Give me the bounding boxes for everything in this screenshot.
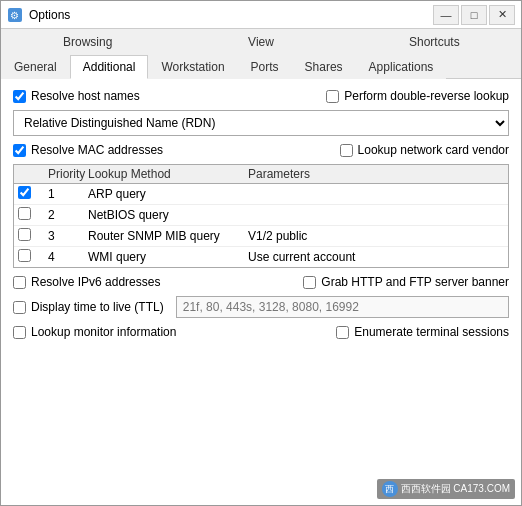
options-window: ⚙ Options — □ ✕ Browsing View Shortcuts … [0,0,522,506]
col-priority-header: Priority [48,167,88,181]
minimize-button[interactable]: — [433,5,459,25]
tab-ports[interactable]: Ports [238,55,292,79]
table-row: 2 NetBIOS query [14,205,508,226]
cell-check-2[interactable] [18,207,48,223]
cell-params-4: Use current account [248,250,504,264]
cell-method-2: NetBIOS query [88,208,248,222]
tab-browsing[interactable]: Browsing [1,29,174,55]
row-ttl: Display time to live (TTL) [13,296,509,318]
title-controls: — □ ✕ [433,5,515,25]
cell-method-4: WMI query [88,250,248,264]
check-lookup-monitor[interactable] [13,326,26,339]
check-resolve-ipv6[interactable] [13,276,26,289]
label-resolve-ipv6[interactable]: Resolve IPv6 addresses [13,275,160,289]
check-resolve-mac[interactable] [13,144,26,157]
label-lookup-vendor[interactable]: Lookup network card vendor [340,143,509,157]
title-bar-left: ⚙ Options [7,7,70,23]
main-content: Resolve host names Perform double-revers… [1,79,521,505]
check-enumerate-terminal[interactable] [336,326,349,339]
cell-priority-4: 4 [48,250,88,264]
check-display-ttl[interactable] [13,301,26,314]
row-resolve-mac: Resolve MAC addresses Lookup network car… [13,143,509,157]
label-double-reverse[interactable]: Perform double-reverse lookup [326,89,509,103]
table-body: 1 ARP query 2 NetBIOS query 3 Router SNM… [14,184,508,267]
cell-method-3: Router SNMP MIB query [88,229,248,243]
restore-button[interactable]: □ [461,5,487,25]
tab-view[interactable]: View [174,29,347,55]
tab-workstation[interactable]: Workstation [148,55,237,79]
tab-row-1: Browsing View Shortcuts [1,29,521,55]
row-monitor: Lookup monitor information Enumerate ter… [13,325,509,339]
table-row: 3 Router SNMP MIB query V1/2 public [14,226,508,247]
col-params-header: Parameters [248,167,488,181]
check-row-4[interactable] [18,249,31,262]
check-resolve-host[interactable] [13,90,26,103]
cell-check-3[interactable] [18,228,48,244]
col-method-header: Lookup Method [88,167,248,181]
app-icon: ⚙ [7,7,23,23]
tab-row-2: General Additional Workstation Ports Sha… [1,55,521,79]
check-row-2[interactable] [18,207,31,220]
check-row-3[interactable] [18,228,31,241]
cell-params-3: V1/2 public [248,229,504,243]
cell-priority-3: 3 [48,229,88,243]
window-title: Options [29,8,70,22]
tab-applications[interactable]: Applications [356,55,447,79]
label-display-ttl[interactable]: Display time to live (TTL) [13,300,164,314]
title-bar: ⚙ Options — □ ✕ [1,1,521,29]
cell-priority-2: 2 [48,208,88,222]
rdn-dropdown-row: Relative Distinguished Name (RDN) Common… [13,110,509,136]
tab-additional[interactable]: Additional [70,55,149,79]
cell-check-1[interactable] [18,186,48,202]
label-resolve-host[interactable]: Resolve host names [13,89,140,103]
ttl-input[interactable] [176,296,509,318]
tab-shares[interactable]: Shares [292,55,356,79]
table-header: Priority Lookup Method Parameters [14,165,508,184]
label-resolve-mac[interactable]: Resolve MAC addresses [13,143,163,157]
cell-method-1: ARP query [88,187,248,201]
col-check-header [18,167,48,181]
rdn-dropdown[interactable]: Relative Distinguished Name (RDN) Common… [13,110,509,136]
close-button[interactable]: ✕ [489,5,515,25]
ttl-input-container [176,296,509,318]
svg-text:⚙: ⚙ [10,10,19,21]
row-ipv6: Resolve IPv6 addresses Grab HTTP and FTP… [13,275,509,289]
tab-general[interactable]: General [1,55,70,79]
cell-priority-1: 1 [48,187,88,201]
label-grab-http[interactable]: Grab HTTP and FTP server banner [303,275,509,289]
check-grab-http[interactable] [303,276,316,289]
tab-shortcuts[interactable]: Shortcuts [348,29,521,55]
lookup-table: Priority Lookup Method Parameters 1 ARP … [13,164,509,268]
check-row-1[interactable] [18,186,31,199]
check-double-reverse[interactable] [326,90,339,103]
table-row: 1 ARP query [14,184,508,205]
row-resolve-host: Resolve host names Perform double-revers… [13,89,509,103]
check-lookup-vendor[interactable] [340,144,353,157]
cell-check-4[interactable] [18,249,48,265]
label-enumerate-terminal[interactable]: Enumerate terminal sessions [336,325,509,339]
label-lookup-monitor[interactable]: Lookup monitor information [13,325,176,339]
table-row: 4 WMI query Use current account [14,247,508,267]
